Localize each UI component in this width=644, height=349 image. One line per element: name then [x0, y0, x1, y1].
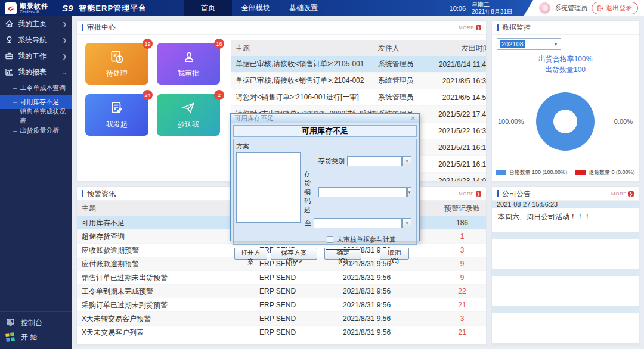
field-input-至[interactable] [314, 218, 402, 228]
weekday: 星期二 [472, 1, 513, 8]
footer-item-label: 开 始 [21, 332, 37, 342]
approval-table-header: 主题 发件人 发出时间 [231, 40, 487, 56]
pin-icon [5, 35, 14, 46]
sidebar-subitem-工令单成本查询[interactable]: –工令单成本查询 [0, 80, 72, 95]
sidebar-subitem-出货质量分析[interactable]: –出货质量分析 [0, 123, 72, 138]
left-percent-label: 100.00% [498, 118, 524, 125]
sidebar-subitem-label: 出货质量分析 [20, 126, 59, 135]
alert-time: 2021/8/31 9:56 [343, 287, 438, 295]
nav-item-基础设置[interactable]: 基础设置 [280, 0, 327, 16]
col-alert-count: 预警记录数 [438, 204, 486, 214]
open-scheme-button[interactable]: 打开方案 [234, 248, 267, 260]
alert-count: 1 [438, 232, 486, 241]
approval-row[interactable]: 单据已审核,请接收<销售订单>:2105-001系统管理员2021/8/14 1… [231, 56, 487, 73]
col-subject: 主题 [231, 43, 378, 54]
s9-mark: S9 [62, 3, 73, 13]
chart-icon [5, 67, 14, 78]
approval-sender: 系统管理员 [378, 59, 429, 69]
approval-row[interactable]: 请您对<销售订单>:2106-001进行[一审]系统管理员2021/6/5 14… [231, 89, 487, 106]
alert-row[interactable]: 工令单到期未完成预警ERP SEND2021/8/31 9:5622 [77, 285, 486, 298]
stamp-icon [181, 49, 196, 66]
legend-item: 合格数量 100 (100.00%) [496, 169, 567, 176]
alert-subject: X天未转交易客户预警 [77, 314, 259, 324]
scheme-label: 方案 [236, 142, 301, 151]
alert-publisher: ERP SEND [259, 301, 343, 309]
notice-empty-slot [492, 269, 639, 300]
approval-time: 2021/5/21 16:13 [429, 144, 487, 152]
cancel-button[interactable]: 取消(C) [380, 248, 409, 260]
field-lookup-button[interactable]: ▾ [407, 187, 411, 197]
pass-rate-text: 出货合格率100% [497, 54, 634, 64]
user-avatar[interactable] [539, 2, 550, 14]
field-lookup-button[interactable]: ▾ [402, 218, 411, 228]
period-value: 202108 [500, 40, 525, 48]
tile-我发起[interactable]: 24我发起 [85, 94, 148, 136]
notice-more-link[interactable]: MORE❯ [611, 191, 634, 197]
alert-subject: 采购订单已过期未到货预警 [77, 300, 259, 310]
alert-row[interactable]: X天未转交易客户预警ERP SEND2021/8/31 9:563 [77, 312, 486, 326]
alert-row[interactable]: 销售订单已过期未出货预警ERP SEND2021/8/31 9:569 [77, 271, 486, 285]
notice-empty-slot [492, 232, 639, 263]
alert-row[interactable]: 采购订单已过期未到货预警ERP SEND2021/8/31 9:5621 [77, 298, 486, 312]
sidebar-item-系统导航[interactable]: 系统导航❯ [0, 32, 72, 48]
footer-item-控制台[interactable]: 控制台 [0, 316, 72, 330]
approval-subject: 单据已审核,请接收<销售订单>:2104-002 [231, 76, 378, 86]
alert-subject: 工令单到期未完成预警 [77, 286, 259, 297]
left-sidebar: 我的主页❯系统导航❯我的工作❯我的报表⌄ –工令单成本查询–可用库存不足–销售单… [0, 16, 72, 349]
field-label: 存货类别 [318, 157, 345, 166]
dialog-titlebar[interactable]: 可用库存不足 ✕ [231, 114, 419, 123]
monitor-panel-title: 数据监控 [502, 23, 531, 33]
logout-button[interactable]: 退出登录 [592, 2, 638, 14]
donut-ring [536, 92, 595, 151]
logo-icon [5, 2, 17, 14]
sidebar-subitem-label: 可用库存不足 [20, 98, 59, 107]
save-scheme-button[interactable]: 保存方案(S)>> [271, 248, 317, 260]
approval-more-link[interactable]: MORE❯ [459, 25, 481, 30]
sidebar-subitem-销售单完成状况表[interactable]: –销售单完成状况表 [0, 109, 72, 123]
alert-count: 22 [438, 287, 486, 295]
sidebar-footer: 控制台开 始 [0, 311, 72, 344]
field-input-存货类别[interactable] [347, 156, 402, 166]
alert-time: 2021/8/31 9:56 [343, 273, 438, 282]
unaudited-checkbox-label: 未审核单据参与计算 [337, 235, 396, 244]
tile-我审批[interactable]: 16我审批 [157, 43, 220, 85]
chart-legend: 合格数量 100 (100.00%)退货数量 0 (0.00%) [492, 169, 639, 176]
tile-抄送我[interactable]: 2抄送我 [157, 94, 220, 136]
alert-count: 21 [438, 328, 486, 336]
brand-logo: 顺景软件 Centersoft S9 智能ERP管理平台 [0, 0, 151, 16]
tile-label: 待处理 [106, 68, 128, 79]
footer-item-开 始[interactable]: 开 始 [0, 330, 72, 344]
sidebar-item-我的工作[interactable]: 我的工作❯ [0, 48, 72, 64]
dialog-field-存货类别: 存货类别▾ [304, 156, 411, 166]
approval-time: 2021/8/14 11:45 [429, 60, 487, 68]
close-icon[interactable]: ✕ [411, 115, 416, 121]
clock-time: 10:06 [450, 5, 466, 12]
approval-row[interactable]: 单据已审核,请接收<销售订单>:2104-002系统管理员2021/8/5 16… [231, 73, 487, 89]
field-lookup-button[interactable]: ▾ [402, 156, 411, 166]
nav-item-全部模块[interactable]: 全部模块 [232, 0, 280, 16]
sidebar-subitem-label: 工令单成本查询 [20, 83, 66, 92]
app-title: 智能ERP管理平台 [79, 3, 147, 14]
tile-待处理[interactable]: 19待处理 [85, 43, 148, 85]
dash-icon: – [13, 98, 17, 105]
logo-name-en: Centersoft [20, 10, 48, 14]
field-input-存货编码起[interactable] [318, 187, 407, 197]
period-select[interactable]: 202108 ▼ [497, 38, 561, 50]
scheme-listbox[interactable] [236, 152, 301, 223]
notice-content[interactable]: 本周六、周日公司活动！！！ [492, 208, 639, 226]
approval-time: 2021/5/22 17:41 [429, 110, 487, 119]
notice-empty-slot [492, 343, 639, 345]
chevron-down-icon: ▼ [553, 42, 558, 47]
swirl-icon [7, 4, 15, 13]
dialog-heading: 可用库存不足 [233, 125, 417, 137]
alert-row[interactable]: X天未交易客户列表ERP SEND2021/8/31 9:5621 [77, 326, 486, 339]
ok-button[interactable]: 确定(O) [324, 248, 361, 260]
unaudited-checkbox[interactable] [327, 236, 333, 243]
tile-label: 我审批 [178, 68, 199, 79]
alert-count: 9 [438, 273, 486, 282]
sidebar-item-我的报表[interactable]: 我的报表⌄ [0, 64, 72, 80]
alerts-more-link[interactable]: MORE❯ [459, 191, 481, 197]
console-icon [6, 317, 15, 328]
nav-item-首页[interactable]: 首页 [184, 0, 232, 16]
sidebar-item-我的主页[interactable]: 我的主页❯ [0, 16, 72, 32]
